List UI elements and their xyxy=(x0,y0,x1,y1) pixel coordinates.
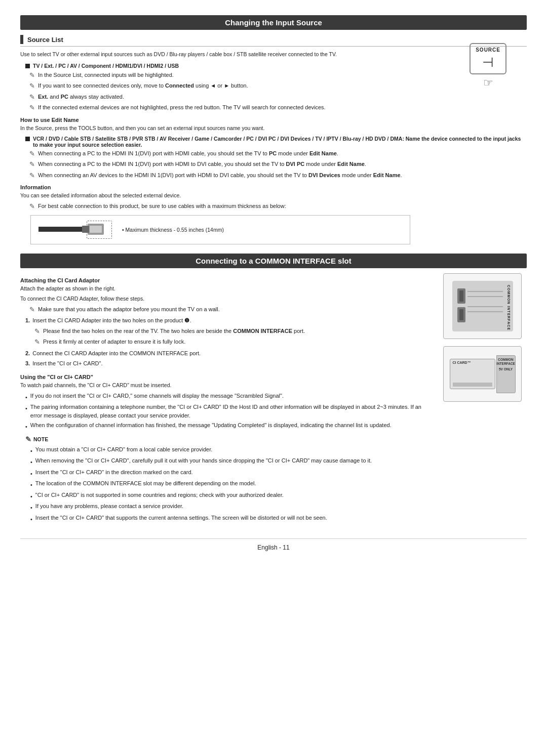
using-bullet-2-text: The pairing information containing a tel… xyxy=(30,403,433,419)
vcr-list-label: VCR / DVD / Cable STB / Satellite STB / … xyxy=(33,136,527,148)
ci-device-body: COMMON INTERFACE xyxy=(452,281,513,331)
bullet-2: • xyxy=(25,404,27,413)
pencil-icon-s1n1: ✎ xyxy=(34,326,40,337)
subheading-using-ci: Using the "CI or CI+ CARD" xyxy=(20,374,433,380)
note-bullets-container: •You must obtain a "CI or CI+ CARD" from… xyxy=(25,445,527,524)
subsection1-header: Source List xyxy=(20,35,527,47)
step-1-text: Insert the CI CARD Adapter into the two … xyxy=(32,316,191,325)
bold-item-1: TV / Ext. / PC / AV / Component / HDMI1/… xyxy=(25,63,527,69)
ci-slot-right: COMMONINTERFACE 5V ONLY xyxy=(496,355,516,393)
subheading-edit-name: How to use Edit Name xyxy=(20,117,527,123)
step-1-note-2-text: Press it firmly at center of adapter to … xyxy=(43,338,185,346)
using-bullet-3: • When the configuration of channel info… xyxy=(25,421,433,431)
cable-diagram: • Maximum thickness - 0.55 inches (14mm) xyxy=(30,215,410,244)
tv-sources-label: TV / Ext. / PC / AV / Component / HDMI1/… xyxy=(33,63,179,69)
circuit-line-1 xyxy=(467,291,503,292)
ci-card-image: CI CARD™ COMMONINTERFACE 5V ONLY xyxy=(443,346,522,402)
cable-note-item: ✎ For best cable connection to this prod… xyxy=(29,202,527,212)
pencil-icon-attach: ✎ xyxy=(29,305,35,315)
attach-note-1: ✎ Make sure that you attach the adaptor … xyxy=(29,305,433,315)
step-2: 2. Connect the CI CARD Adapter into the … xyxy=(25,349,433,358)
ci-slot-inner-2 xyxy=(459,309,463,320)
note-bullet-text: Insert the "CI or CI+ CARD" that support… xyxy=(35,514,327,522)
note-bullet: • xyxy=(30,492,32,501)
using-bullet-1: • If you do not insert the "CI or CI+ CA… xyxy=(25,392,433,402)
note-bullet-item: •When removing the "CI or CI+ CARD", car… xyxy=(30,456,527,467)
step-2-num: 2. xyxy=(25,349,30,358)
subheading-information: Information xyxy=(20,184,527,190)
using-bullet-1-text: If you do not insert the "CI or CI+ CARD… xyxy=(30,392,284,400)
source-button-area: SOURCE ⊣ ☞ xyxy=(470,43,506,90)
square-bullet xyxy=(25,64,30,68)
ci-slot-1 xyxy=(457,288,465,304)
info-text: You can see detailed information about t… xyxy=(20,192,527,200)
note-bullet-text: When removing the "CI or CI+ CARD", care… xyxy=(35,456,372,465)
note-text-5: When connecting a PC to the HDMI IN 1(DV… xyxy=(38,149,338,158)
using-text: To watch paid channels, the "CI or CI+ C… xyxy=(20,382,433,390)
note-bullet: • xyxy=(30,458,32,467)
bullet-3: • xyxy=(25,423,27,431)
section2-right: COMMON INTERFACE CI CARD™ COMMONINTERFAC… xyxy=(443,273,527,402)
note-item-1: ✎ In the Source List, connected inputs w… xyxy=(29,71,527,80)
note-pencil-icon: ✎ xyxy=(25,435,31,443)
circuit-line-3 xyxy=(467,306,503,307)
note-bullet-item: •Insert the "CI or CI+ CARD" in the dire… xyxy=(30,468,527,478)
source-hand-icon: ☞ xyxy=(470,76,506,90)
source-box: SOURCE ⊣ xyxy=(470,43,506,74)
using-bullet-2: • The pairing information containing a t… xyxy=(25,403,433,419)
note-section: ✎ NOTE •You must obtain a "CI or CI+ CAR… xyxy=(25,436,527,524)
note-text-6: When connecting a PC to the HDMI IN 1(DV… xyxy=(38,160,366,169)
note-bullet-text: Insert the "CI or CI+ CARD" in the direc… xyxy=(35,468,193,477)
cable-end xyxy=(82,226,89,233)
ci-chip xyxy=(453,383,492,387)
header-bar xyxy=(20,35,23,44)
ci-voltage-label: 5V ONLY xyxy=(499,367,513,371)
cable-max-thickness: • Maximum thickness - 0.55 inches (14mm) xyxy=(122,227,224,233)
note-header: ✎ NOTE xyxy=(25,436,527,443)
source-arrow-icon: ⊣ xyxy=(482,55,494,70)
square-bullet-2 xyxy=(25,137,30,141)
note-item-3: ✎ Ext. and PC always stay activated. xyxy=(29,93,527,102)
section2-header: Connecting to a COMMON INTERFACE slot xyxy=(20,254,527,268)
note-bullet-item: •If you have any problems, please contac… xyxy=(30,502,527,512)
common-interface-vertical-label: COMMON INTERFACE xyxy=(507,285,511,330)
note-bullet-text: "CI or CI+ CARD" is not supported in som… xyxy=(35,491,284,499)
attach-text-1: Attach the adapter as shown in the right… xyxy=(20,285,433,293)
note-bullet: • xyxy=(30,515,32,524)
section2-content: Attaching the CI Card Adaptor Attach the… xyxy=(20,273,527,432)
note-text-4: If the connected external devices are no… xyxy=(38,103,326,112)
note-text-3: Ext. and PC always stay activated. xyxy=(38,93,124,101)
intro-text: Use to select TV or other external input… xyxy=(20,51,527,59)
pencil-icon-2: ✎ xyxy=(29,81,35,91)
note-bullet-text: If you have any problems, please contact… xyxy=(35,502,183,511)
note-item-5: ✎ When connecting a PC to the HDMI IN 1(… xyxy=(29,149,527,159)
note-bullet: • xyxy=(30,447,32,455)
bullet-1: • xyxy=(25,393,27,402)
attach-text-2: To connect the CI CARD Adapter, follow t… xyxy=(20,295,433,303)
ci-slot-label: COMMONINTERFACE xyxy=(496,358,515,366)
step-1-note-2: ✎ Press it firmly at center of adapter t… xyxy=(34,338,433,347)
page-footer: English - 11 xyxy=(20,538,527,551)
pencil-icon-s1n2: ✎ xyxy=(34,337,40,347)
note-bullet-text: The location of the COMMON INTERFACE slo… xyxy=(35,479,256,488)
step-3: 3. Insert the "CI or CI+ CARD". xyxy=(25,359,433,368)
circuit-line-4 xyxy=(467,311,503,312)
pencil-icon-cable: ✎ xyxy=(29,201,35,212)
ci-card-body-wrap: CI CARD™ COMMONINTERFACE 5V ONLY xyxy=(450,353,516,396)
section1-content: Use to select TV or other external input… xyxy=(20,51,527,244)
note-bullet: • xyxy=(30,470,32,478)
note-item-4: ✎ If the connected external devices are … xyxy=(29,103,527,113)
max-thick-text: Maximum thickness - 0.55 inches (14mm) xyxy=(126,227,224,233)
ci-adaptor-image: COMMON INTERFACE xyxy=(443,273,522,339)
pencil-icon-3: ✎ xyxy=(29,92,35,102)
step-3-num: 3. xyxy=(25,359,30,368)
note-bullet: • xyxy=(30,481,32,489)
section1-header: Changing the Input Source xyxy=(20,15,527,30)
source-label: SOURCE xyxy=(476,47,500,53)
note-item-2: ✎ If you want to see connected devices o… xyxy=(29,81,527,91)
step-1: 1. Insert the CI CARD Adapter into the t… xyxy=(25,316,433,325)
note-bullet: • xyxy=(30,503,32,512)
note-bullet-text: You must obtain a "CI or CI+ CARD" from … xyxy=(35,445,212,454)
note-bullet-item: •You must obtain a "CI or CI+ CARD" from… xyxy=(30,445,527,455)
note-bullet-item: •"CI or CI+ CARD" is not supported in so… xyxy=(30,491,527,501)
